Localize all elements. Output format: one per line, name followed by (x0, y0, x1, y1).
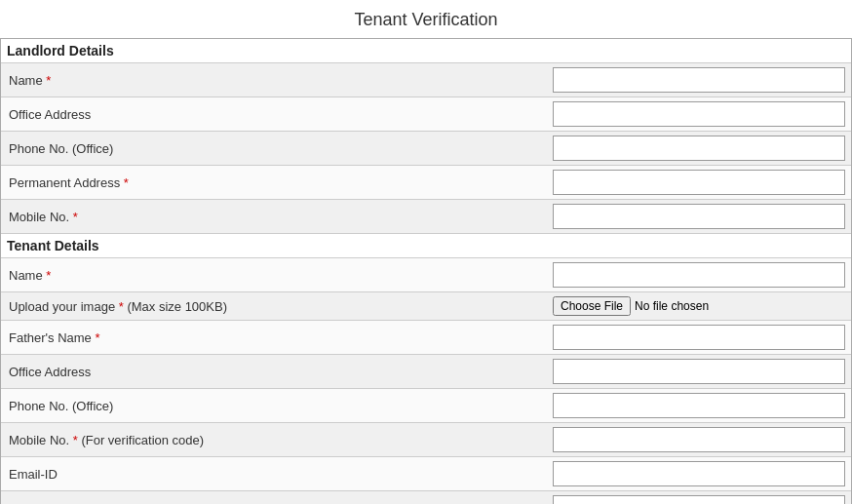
tenant-office-address-input[interactable] (553, 359, 845, 384)
tenant-header-label: Tenant Details (7, 238, 99, 253)
landlord-phone-office-label: Phone No. (Office) (1, 136, 547, 162)
landlord-mobile-input-cell (547, 200, 851, 233)
tenant-phone-office-row: Phone No. (Office) (1, 389, 851, 423)
tenant-image-input-cell (547, 292, 851, 320)
tenant-name-row: Name * (1, 258, 851, 292)
landlord-office-address-row: Office Address (1, 97, 851, 132)
tenant-mobile-input-cell (547, 423, 851, 456)
landlord-phone-office-input-cell (547, 132, 851, 165)
landlord-phone-office-row: Phone No. (Office) (1, 132, 851, 166)
landlord-permanent-address-input[interactable] (553, 170, 845, 195)
tenant-email-row: Email-ID (1, 457, 851, 491)
landlord-permanent-address-input-cell (547, 166, 851, 199)
tenant-phone-office-input[interactable] (553, 393, 845, 418)
tenant-current-address-input[interactable] (553, 495, 845, 504)
landlord-name-label: Name * (1, 67, 547, 94)
tenant-section-header: Tenant Details (1, 234, 851, 258)
landlord-name-input-cell (547, 63, 851, 97)
form-container: Landlord Details Name * Office Address P… (0, 38, 852, 504)
tenant-email-label: Email-ID (1, 461, 547, 487)
tenant-name-input-cell (547, 258, 851, 291)
tenant-image-input[interactable] (553, 296, 774, 316)
tenant-email-input[interactable] (553, 461, 845, 486)
tenant-father-name-row: Father's Name * (1, 321, 851, 355)
tenant-mobile-row: Mobile No. * (For verification code) (1, 423, 851, 457)
landlord-mobile-input[interactable] (553, 204, 845, 229)
page-title: Tenant Verification (0, 0, 852, 38)
tenant-office-address-row: Office Address (1, 355, 851, 389)
landlord-mobile-label: Mobile No. * (1, 204, 547, 230)
tenant-phone-office-label: Phone No. (Office) (1, 393, 547, 419)
landlord-name-row: Name * (1, 63, 851, 97)
tenant-image-label: Upload your image * (Max size 100KB) (1, 293, 547, 320)
tenant-father-name-input[interactable] (553, 325, 845, 350)
landlord-office-address-input-cell (547, 97, 851, 131)
landlord-name-input[interactable] (553, 67, 845, 93)
tenant-name-input[interactable] (553, 262, 845, 288)
tenant-name-label: Name * (1, 262, 547, 289)
landlord-office-address-label: Office Address (1, 101, 547, 128)
landlord-mobile-row: Mobile No. * (1, 200, 851, 234)
landlord-header-label: Landlord Details (7, 43, 114, 58)
tenant-phone-office-input-cell (547, 389, 851, 422)
tenant-mobile-label: Mobile No. * (For verification code) (1, 427, 547, 453)
tenant-father-name-input-cell (547, 321, 851, 354)
tenant-office-address-input-cell (547, 355, 851, 388)
tenant-mobile-input[interactable] (553, 427, 845, 452)
tenant-current-address-row: Current Address * (1, 491, 851, 504)
landlord-permanent-address-row: Permanent Address * (1, 166, 851, 200)
landlord-phone-office-input[interactable] (553, 136, 845, 161)
tenant-image-row: Upload your image * (Max size 100KB) (1, 292, 851, 321)
tenant-email-input-cell (547, 457, 851, 490)
tenant-current-address-label: Current Address * (1, 495, 547, 505)
tenant-father-name-label: Father's Name * (1, 325, 547, 351)
tenant-current-address-input-cell (547, 491, 851, 504)
landlord-office-address-input[interactable] (553, 101, 845, 127)
landlord-permanent-address-label: Permanent Address * (1, 170, 547, 196)
landlord-section-header: Landlord Details (1, 39, 851, 63)
tenant-office-address-label: Office Address (1, 359, 547, 385)
